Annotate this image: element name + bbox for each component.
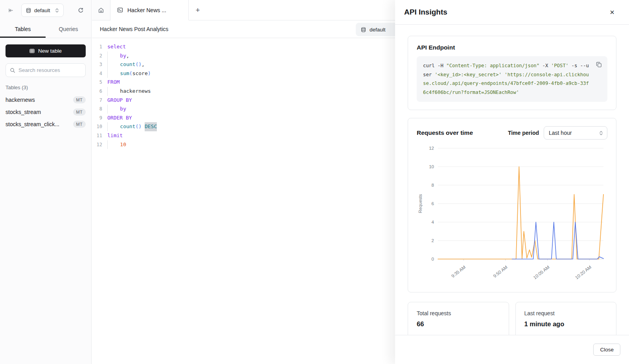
database-selector-value: default bbox=[34, 7, 50, 13]
home-icon bbox=[98, 7, 104, 13]
sql-token: ) bbox=[148, 69, 151, 78]
sidebar-body: New table Search resources Tables (3) ha… bbox=[0, 38, 91, 136]
svg-text:2: 2 bbox=[432, 238, 434, 243]
chart-title: Requests over time bbox=[417, 129, 508, 136]
refresh-icon bbox=[78, 7, 84, 13]
active-query-tab-label: Hacker News ... bbox=[127, 7, 166, 13]
sql-token: 10 bbox=[108, 140, 126, 149]
new-table-button[interactable]: New table bbox=[6, 44, 86, 57]
x-tick-label: 9:50 AM bbox=[492, 265, 508, 278]
table-name: hackernews bbox=[6, 97, 35, 103]
time-period-select[interactable]: Last hour bbox=[544, 126, 607, 140]
chevron-up-down-icon bbox=[55, 8, 59, 13]
sql-token: count bbox=[108, 122, 135, 131]
api-endpoint-title: API Endpoint bbox=[417, 44, 607, 51]
sql-token: GROUP BY bbox=[107, 96, 132, 105]
curl-segment: -X bbox=[539, 63, 551, 68]
api-insights-panel: API Insights × API Endpoint curl -H "Con… bbox=[395, 0, 629, 364]
stat-label: Total requests bbox=[417, 310, 500, 316]
svg-text:12: 12 bbox=[429, 146, 434, 151]
sql-token: , bbox=[126, 51, 129, 61]
copy-icon bbox=[596, 62, 602, 68]
sql-token: count bbox=[108, 60, 135, 69]
table-engine-badge: MT bbox=[73, 121, 86, 128]
x-tick-label: 10:20 AM bbox=[574, 265, 592, 280]
stat-card: Last request1 minute ago bbox=[515, 302, 617, 335]
terminal-icon bbox=[117, 7, 123, 13]
y-axis-label: Requests bbox=[418, 194, 423, 213]
search-placeholder: Search resources bbox=[18, 67, 60, 73]
active-query-tab[interactable]: Hacker News ... bbox=[110, 0, 189, 20]
arrow-to-bar-left-icon bbox=[8, 7, 14, 13]
line-number: 6 bbox=[92, 87, 102, 96]
copy-button[interactable] bbox=[595, 61, 603, 68]
sidebar: default Tables Queries New table Search … bbox=[0, 0, 92, 364]
sidebar-toolbar: default bbox=[0, 0, 91, 20]
collapse-sidebar-button[interactable] bbox=[6, 5, 16, 15]
svg-text:6: 6 bbox=[432, 201, 434, 206]
search-icon bbox=[10, 68, 15, 73]
curl-segment: "Content-Type: application/json" bbox=[446, 63, 539, 68]
sql-token: select bbox=[107, 42, 126, 51]
tables-section-label: Tables (3) bbox=[6, 85, 86, 90]
sql-token: hackernews bbox=[108, 87, 151, 96]
tab-tables[interactable]: Tables bbox=[0, 20, 46, 38]
sql-token: sum bbox=[108, 69, 129, 78]
curl-segment: 'POST' bbox=[551, 63, 568, 68]
line-number: 8 bbox=[92, 105, 102, 114]
line-number: 2 bbox=[92, 51, 102, 61]
line-number: 4 bbox=[92, 69, 102, 78]
requests-series-orange bbox=[438, 167, 603, 259]
table-row[interactable]: stocks_streamMT bbox=[6, 106, 86, 118]
chevron-up-down-icon bbox=[599, 131, 603, 136]
sql-token: FROM bbox=[107, 78, 120, 87]
svg-text:0: 0 bbox=[432, 257, 434, 261]
curl-segment: '<key_id>:<key_secret>' bbox=[435, 72, 502, 77]
table-row[interactable]: hackernewsMT bbox=[6, 94, 86, 106]
sql-token: ( bbox=[129, 69, 132, 78]
panel-footer: Close bbox=[395, 335, 629, 364]
new-query-tab-button[interactable]: + bbox=[189, 0, 207, 20]
line-number: 1 bbox=[92, 42, 102, 51]
svg-text:4: 4 bbox=[432, 220, 434, 224]
line-number: 7 bbox=[92, 96, 102, 105]
table-name: stocks_stream_click... bbox=[6, 121, 59, 127]
svg-text:10: 10 bbox=[429, 164, 434, 169]
curl-segment: curl -H bbox=[423, 63, 446, 68]
panel-title: API Insights bbox=[404, 8, 447, 17]
line-number: 9 bbox=[92, 114, 102, 123]
table-row[interactable]: stocks_stream_click...MT bbox=[6, 118, 86, 130]
line-number: 12 bbox=[92, 140, 102, 149]
table-list: hackernewsMTstocks_streamMTstocks_stream… bbox=[6, 94, 86, 130]
line-number: 11 bbox=[92, 131, 102, 140]
stat-label: Last request bbox=[524, 310, 608, 316]
tab-queries[interactable]: Queries bbox=[46, 20, 91, 38]
close-icon[interactable]: × bbox=[606, 6, 618, 18]
time-period-label: Time period bbox=[508, 130, 539, 136]
query-title: Hacker News Post Analytics bbox=[100, 26, 168, 32]
sql-token: ORDER BY bbox=[107, 114, 132, 123]
curl-command: curl -H "Content-Type: application/json"… bbox=[417, 56, 607, 102]
close-button[interactable]: Close bbox=[593, 344, 620, 356]
requests-over-time-chart: 024681012Requests9:35 AM9:50 AM10:05 AM1… bbox=[417, 143, 608, 289]
home-tab[interactable] bbox=[92, 0, 110, 20]
sidebar-tabs: Tables Queries bbox=[0, 20, 91, 38]
database-icon bbox=[26, 8, 31, 13]
requests-chart-card: Requests over time Time period Last hour… bbox=[408, 118, 616, 292]
refresh-button[interactable] bbox=[75, 5, 86, 15]
sql-token: DESC bbox=[145, 122, 157, 131]
sql-token: , bbox=[142, 60, 145, 69]
chart-header: Requests over time Time period Last hour bbox=[417, 126, 607, 140]
panel-header: API Insights × bbox=[395, 0, 629, 25]
x-tick-label: 10:05 AM bbox=[532, 265, 550, 280]
line-number: 3 bbox=[92, 60, 102, 69]
database-selector[interactable]: default bbox=[21, 4, 64, 17]
search-input[interactable]: Search resources bbox=[6, 63, 86, 77]
new-table-label: New table bbox=[38, 48, 62, 54]
line-number: 5 bbox=[92, 78, 102, 87]
sql-token bbox=[142, 122, 145, 131]
table-grid-icon bbox=[29, 48, 35, 53]
x-tick-label: 9:35 AM bbox=[451, 265, 467, 278]
stat-value: 1 minute ago bbox=[524, 320, 608, 328]
sql-token: () bbox=[135, 122, 142, 131]
